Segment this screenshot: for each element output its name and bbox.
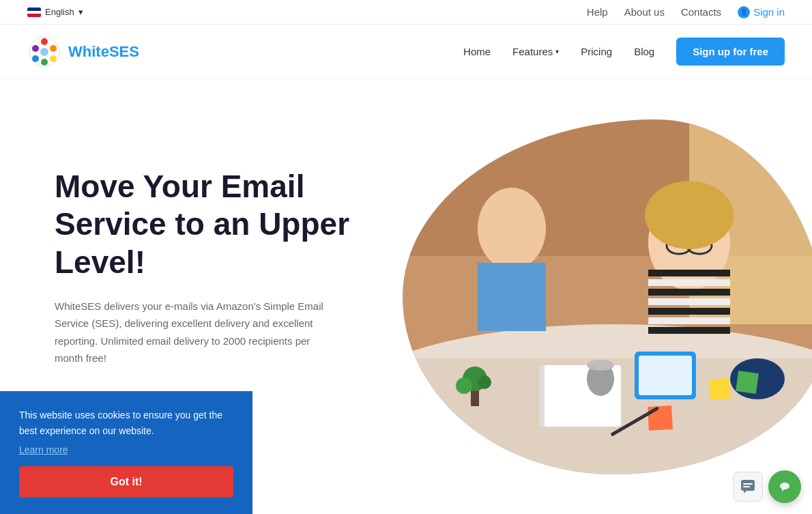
sign-in-link[interactable]: 👤 Sign in [738, 6, 785, 18]
svg-point-4 [41, 59, 48, 66]
svg-rect-18 [648, 308, 730, 315]
logo-text: WhiteSES [68, 43, 139, 61]
svg-point-24 [645, 181, 734, 249]
svg-marker-45 [744, 491, 746, 494]
logo[interactable]: WhiteSES [27, 35, 139, 69]
cookie-message: This website uses cookies to ensure you … [19, 408, 233, 438]
revain-chat-button[interactable] [768, 470, 801, 503]
main-nav: WhiteSES Home Features ▾ Pricing Blog Si… [0, 25, 812, 79]
cookie-banner: This website uses cookies to ensure you … [0, 391, 252, 514]
svg-point-36 [587, 360, 614, 371]
svg-rect-17 [648, 298, 730, 305]
svg-rect-42 [741, 480, 755, 491]
blog-nav-link[interactable]: Blog [634, 46, 654, 57]
sign-in-icon: 👤 [738, 6, 750, 18]
chat-icon [777, 479, 793, 495]
sign-in-label: Sign in [753, 6, 785, 18]
revain-icon[interactable] [733, 472, 763, 502]
svg-rect-26 [478, 263, 546, 331]
logo-svg [27, 35, 61, 69]
hero-description: WhiteSES delivers your e-mails via Amazo… [55, 298, 328, 367]
nav-links: Home Features ▾ Pricing Blog Sign up for… [463, 38, 785, 66]
svg-point-2 [50, 45, 57, 52]
svg-rect-44 [743, 486, 750, 487]
svg-rect-20 [648, 327, 730, 334]
nav-signup-button[interactable]: Sign up for free [676, 38, 785, 66]
about-link[interactable]: About us [624, 6, 665, 18]
svg-point-40 [456, 377, 472, 394]
svg-rect-32 [709, 377, 731, 400]
home-nav-link[interactable]: Home [463, 46, 491, 57]
svg-point-1 [41, 38, 48, 45]
features-chevron-icon: ▾ [555, 48, 559, 55]
svg-point-7 [40, 48, 48, 56]
hero-image-area [362, 106, 812, 488]
svg-rect-33 [736, 371, 759, 394]
svg-rect-34 [648, 405, 673, 431]
svg-rect-19 [648, 317, 730, 324]
pricing-nav-link[interactable]: Pricing [581, 46, 612, 57]
cookie-learn-more-link[interactable]: Learn more [19, 444, 68, 455]
svg-rect-43 [743, 483, 753, 485]
office-image [403, 119, 812, 474]
revain-svg-icon [740, 479, 756, 495]
svg-rect-15 [648, 279, 730, 286]
svg-rect-31 [639, 356, 692, 395]
revain-widget [733, 470, 801, 503]
office-illustration [403, 119, 812, 474]
top-bar-right: Help About us Contacts 👤 Sign in [587, 6, 785, 18]
flag-icon [27, 8, 41, 17]
cookie-got-it-button[interactable]: Got it! [19, 466, 233, 498]
features-nav-link[interactable]: Features ▾ [512, 46, 559, 57]
svg-point-6 [32, 45, 39, 52]
language-selector[interactable]: English ▾ [27, 7, 83, 17]
language-chevron: ▾ [78, 7, 83, 17]
hero-content: Move Your Email Service to an Upper Leve… [55, 168, 382, 425]
svg-point-5 [32, 55, 39, 62]
svg-point-41 [478, 375, 491, 389]
svg-rect-16 [648, 289, 730, 296]
svg-point-47 [780, 483, 789, 489]
language-label: English [45, 7, 74, 17]
contacts-link[interactable]: Contacts [681, 6, 721, 18]
hero-title: Move Your Email Service to an Upper Leve… [55, 168, 382, 281]
svg-point-25 [478, 188, 546, 270]
top-bar: English ▾ Help About us Contacts 👤 Sign … [0, 0, 812, 25]
svg-rect-14 [648, 270, 730, 276]
svg-rect-29 [539, 365, 545, 427]
svg-point-3 [50, 55, 57, 62]
help-link[interactable]: Help [587, 6, 608, 18]
